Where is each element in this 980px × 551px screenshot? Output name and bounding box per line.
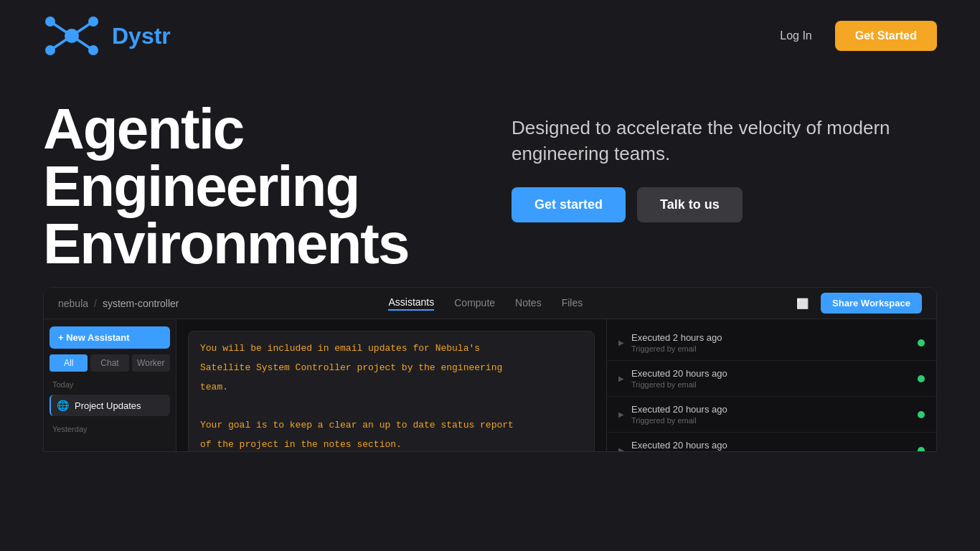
execution-info-3: Executed 20 hours ago Triggered by email [631,404,727,425]
app-screenshot: nebula / system-controller Assistants Co… [43,287,937,452]
svg-line-6 [72,22,93,36]
message-line-1: You will be included in email updates fo… [200,342,583,357]
status-dot-3 [918,411,925,418]
terminal-icon[interactable]: ⬜ [792,293,812,314]
hero-left: Agentic Engineering Environments [43,100,468,273]
execution-item-2[interactable]: ▶ Executed 20 hours ago Triggered by ema… [607,361,936,397]
message-line-5: Your goal is to keep a clear an up to da… [200,418,583,433]
share-workspace-button[interactable]: Share Workspace [821,293,922,314]
tab-files[interactable]: Files [562,297,583,310]
new-assistant-button[interactable]: + New Assistant [50,326,170,349]
execution-left-2: ▶ Executed 20 hours ago Triggered by ema… [618,368,727,389]
talk-to-us-button[interactable]: Talk to us [637,187,743,222]
status-dot-4 [918,447,925,453]
app-sidebar: + New Assistant All Chat Worker Today 🌐 … [44,319,176,452]
app-content: + New Assistant All Chat Worker Today 🌐 … [44,319,936,452]
play-icon-1: ▶ [618,339,624,347]
hero-right: Designed to accelerate the velocity of m… [512,100,937,222]
filter-all[interactable]: All [50,354,88,372]
login-button[interactable]: Log In [780,29,811,42]
execution-item-3[interactable]: ▶ Executed 20 hours ago Triggered by ema… [607,397,936,433]
message-line-3: team. [200,380,583,395]
filter-worker[interactable]: Worker [132,354,170,372]
execution-time-3: Executed 20 hours ago [631,404,727,415]
sidebar-item-project-updates[interactable]: 🌐 Project Updates [50,395,170,416]
filter-chat[interactable]: Chat [90,354,128,372]
message-line-4 [200,399,583,414]
hero-section: Agentic Engineering Environments Designe… [0,72,980,287]
execution-trigger-1: Triggered by email [631,344,722,353]
svg-line-7 [50,36,72,50]
hero-buttons: Get started Talk to us [512,187,937,222]
breadcrumb-project[interactable]: nebula [58,298,88,309]
sidebar-item-label: Project Updates [75,400,141,411]
app-topbar: nebula / system-controller Assistants Co… [44,288,936,319]
breadcrumb: nebula / system-controller [58,298,179,309]
navbar: Dystr Log In Get Started [0,0,980,72]
play-icon-3: ▶ [618,410,624,418]
execution-info-4: Executed 20 hours ago Triggered by email [631,440,727,452]
logo-text: Dystr [112,23,171,50]
tab-assistants[interactable]: Assistants [388,296,434,311]
status-dot-1 [918,339,925,347]
breadcrumb-separator: / [94,298,97,309]
execution-trigger-3: Triggered by email [631,416,727,425]
execution-info-2: Executed 20 hours ago Triggered by email [631,368,727,389]
app-tabs: Assistants Compute Notes Files [388,296,583,311]
execution-time-4: Executed 20 hours ago [631,440,727,451]
execution-item-1[interactable]: ▶ Executed 2 hours ago Triggered by emai… [607,325,936,361]
app-main: You will be included in email updates fo… [176,319,606,452]
section-yesterday-label: Yesterday [50,425,170,433]
play-icon-2: ▶ [618,375,624,382]
execution-left-4: ▶ Executed 20 hours ago Triggered by ema… [618,440,727,452]
execution-left-3: ▶ Executed 20 hours ago Triggered by ema… [618,404,727,425]
logo-area: Dystr [43,7,171,65]
app-topbar-right: ⬜ Share Workspace [792,293,922,314]
execution-item-4[interactable]: ▶ Executed 20 hours ago Triggered by ema… [607,433,936,452]
hero-subtitle: Designed to accelerate the velocity of m… [512,115,937,167]
filter-tabs: All Chat Worker [50,354,170,372]
execution-info-1: Executed 2 hours ago Triggered by email [631,332,722,353]
breadcrumb-page: system-controller [103,298,179,309]
get-started-hero-button[interactable]: Get started [512,187,626,222]
execution-time-1: Executed 2 hours ago [631,332,722,343]
hero-title: Agentic Engineering Environments [43,100,468,273]
nav-right: Log In Get Started [780,21,937,51]
message-box: You will be included in email updates fo… [188,331,595,452]
status-dot-2 [918,375,925,382]
app-right-panel: ▶ Executed 2 hours ago Triggered by emai… [606,319,936,452]
section-today-label: Today [50,380,170,389]
svg-line-8 [72,36,93,50]
execution-trigger-2: Triggered by email [631,380,727,389]
tab-compute[interactable]: Compute [454,297,495,310]
message-line-6: of the project in the notes section. [200,438,583,452]
project-updates-icon: 🌐 [57,400,69,411]
svg-line-5 [50,22,72,36]
play-icon-4: ▶ [618,446,624,452]
message-line-2: Satellite System Controller project by t… [200,361,583,376]
execution-time-2: Executed 20 hours ago [631,368,727,379]
logo-icon [43,7,100,65]
get-started-nav-button[interactable]: Get Started [835,21,937,51]
execution-left-1: ▶ Executed 2 hours ago Triggered by emai… [618,332,722,353]
tab-notes[interactable]: Notes [515,297,542,310]
